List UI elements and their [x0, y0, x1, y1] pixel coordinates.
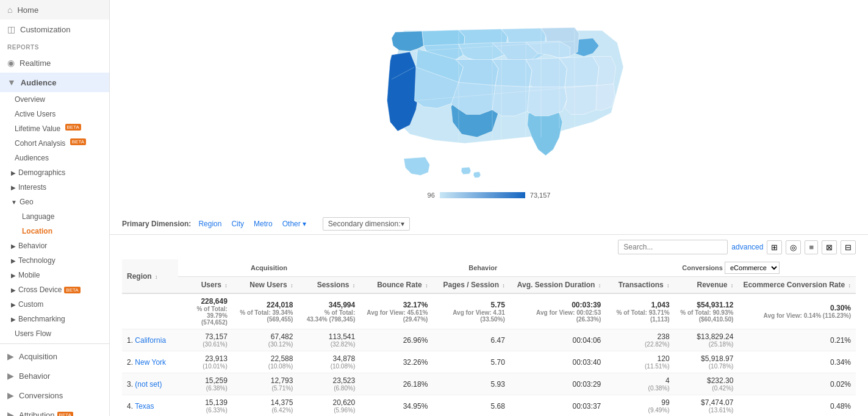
home-icon: ⌂: [7, 5, 12, 15]
geo-arrow: ▼: [11, 199, 17, 206]
sidebar-item-conversions[interactable]: ▶ Conversions: [0, 386, 109, 405]
sidebar-item-audiences[interactable]: Audiences: [0, 151, 109, 165]
pivot-view-btn[interactable]: ⊠: [822, 240, 837, 254]
row-avg-duration-1: 00:03:40: [510, 351, 606, 373]
dim-metro-btn[interactable]: Metro: [251, 220, 275, 228]
sidebar-item-benchmarking[interactable]: ▶ Benchmarking: [0, 312, 109, 326]
col-pages-session[interactable]: Pages / Session ↕: [432, 277, 509, 294]
total-pages-session: 5.75 Avg for View: 4.31 (33.50%): [432, 293, 509, 329]
row-transactions-0: 238 (22.82%): [606, 329, 674, 351]
mobile-arrow: ▶: [11, 272, 16, 279]
scale-max: 73,157: [530, 192, 551, 199]
row-new-users-3: 14,375 (6.42%): [232, 395, 298, 417]
sidebar-item-overview[interactable]: Overview: [0, 92, 109, 107]
col-users[interactable]: Users ↕: [178, 277, 232, 294]
sidebar-item-interests[interactable]: ▶ Interests: [0, 180, 109, 195]
row-pages-session-0: 6.47: [432, 329, 509, 351]
row-bounce-rate-0: 26.96%: [360, 329, 432, 351]
sidebar-item-realtime[interactable]: ◉ Realtime: [0, 53, 109, 73]
row-rank-1: 2.: [127, 358, 133, 367]
row-sessions-2: 23,523 (6.80%): [298, 373, 360, 395]
row-region-2: 3. (not set): [122, 373, 178, 395]
sidebar-item-behavior[interactable]: ▶ Behavior: [0, 238, 109, 253]
row-new-users-2: 12,793 (5.71%): [232, 373, 298, 395]
sidebar-item-demographics[interactable]: ▶ Demographics: [0, 165, 109, 180]
row-bounce-rate-2: 26.18%: [360, 373, 432, 395]
row-sessions-1: 34,878 (10.08%): [298, 351, 360, 373]
col-region[interactable]: Region ↕: [122, 259, 178, 293]
sidebar-item-language[interactable]: Language: [0, 209, 109, 224]
bar-view-btn[interactable]: ≡: [805, 240, 818, 254]
col-new-users[interactable]: New Users ↕: [232, 277, 298, 294]
acquisition-header: Acquisition: [178, 259, 360, 277]
conversions-type-select[interactable]: eCommerce: [725, 262, 780, 274]
advanced-link[interactable]: advanced: [731, 243, 763, 251]
main-content: 96 73,157 Primary Dimension: Region City…: [110, 0, 868, 416]
col-sessions[interactable]: Sessions ↕: [298, 277, 360, 294]
attribution-beta-badge: BETA: [57, 412, 73, 417]
sidebar-item-audience[interactable]: ▼ Audience: [0, 73, 109, 92]
table-toolbar: advanced ⊞ ◎ ≡ ⊠ ⊟: [122, 235, 856, 259]
col-revenue[interactable]: Revenue ↕: [675, 277, 739, 294]
sidebar-item-customization[interactable]: ◫ Customization: [0, 20, 109, 39]
total-bounce-rate: 32.17% Avg for View: 45.61% (29.47%): [360, 293, 432, 329]
dim-other-btn[interactable]: Other ▾: [280, 220, 309, 228]
total-avg-duration: 00:03:39 Avg for View: 00:02:53 (26.33%): [510, 293, 606, 329]
sidebar-item-acquisition[interactable]: ▶ Acquisition: [0, 346, 109, 366]
compare-view-btn[interactable]: ⊟: [841, 240, 856, 254]
total-users: 228,649 % of Total: 39.79% (574,652): [178, 293, 232, 329]
secondary-dim-btn[interactable]: Secondary dimension: ▾: [323, 217, 410, 231]
sidebar-item-custom[interactable]: ▶ Custom: [0, 297, 109, 312]
row-region-0: 1. California: [122, 329, 178, 351]
region-link-0[interactable]: California: [135, 336, 166, 345]
search-input[interactable]: [618, 240, 728, 254]
attribution-icon: ▶: [7, 410, 14, 416]
usa-map[interactable]: [276, 6, 703, 189]
row-transactions-1: 120 (11.51%): [606, 351, 674, 373]
sidebar-item-location[interactable]: Location: [0, 224, 109, 238]
row-sessions-0: 113,541 (32.82%): [298, 329, 360, 351]
table-view-btn[interactable]: ⊞: [767, 240, 782, 254]
pie-view-btn[interactable]: ◎: [786, 240, 801, 254]
col-avg-duration[interactable]: Avg. Session Duration ↕: [510, 277, 606, 294]
table-row: 2. New York 23,913 (10.01%) 22,588 (10.0…: [122, 351, 856, 373]
table-row: 3. (not set) 15,259 (6.38%) 12,793 (5.71…: [122, 373, 856, 395]
col-bounce-rate[interactable]: Bounce Rate ↕: [360, 277, 432, 294]
region-link-1[interactable]: New York: [135, 358, 166, 367]
sidebar-item-cross-device[interactable]: ▶ Cross Device BETA: [0, 282, 109, 297]
sidebar-item-technology[interactable]: ▶ Technology: [0, 253, 109, 268]
row-conversion-rate-3: 0.48%: [738, 395, 856, 417]
table-section: advanced ⊞ ◎ ≡ ⊠ ⊟ Region ↕ Acquisition …: [110, 235, 868, 416]
sidebar-item-users-flow[interactable]: Users Flow: [0, 326, 109, 341]
conversions-header: Conversions eCommerce: [606, 259, 856, 277]
sidebar-item-home[interactable]: ⌂ Home: [0, 0, 109, 20]
row-users-1: 23,913 (10.01%): [178, 351, 232, 373]
dim-region-btn[interactable]: Region: [196, 220, 224, 228]
row-new-users-0: 67,482 (30.12%): [232, 329, 298, 351]
sidebar-item-mobile[interactable]: ▶ Mobile: [0, 268, 109, 282]
region-link-3[interactable]: Texas: [135, 402, 154, 411]
row-revenue-0: $13,829.24 (25.18%): [675, 329, 739, 351]
sidebar-item-active-users[interactable]: Active Users: [0, 107, 109, 121]
row-sessions-3: 20,620 (5.96%): [298, 395, 360, 417]
secondary-dim-arrow: ▾: [401, 220, 404, 228]
interests-arrow: ▶: [11, 184, 16, 191]
region-link-2[interactable]: (not set): [135, 380, 162, 389]
table-row: 4. Texas 15,139 (6.33%) 14,375 (6.42%) 2…: [122, 395, 856, 417]
sidebar-item-geo[interactable]: ▼ Geo: [0, 195, 109, 209]
conversions-icon: ▶: [7, 390, 14, 400]
row-users-0: 73,157 (30.61%): [178, 329, 232, 351]
row-rank-0: 1.: [127, 336, 133, 345]
sidebar-item-attribution[interactable]: ▶ Attribution BETA: [0, 405, 109, 416]
col-transactions[interactable]: Transactions ↕: [606, 277, 674, 294]
dim-city-btn[interactable]: City: [229, 220, 246, 228]
col-conversion-rate[interactable]: Ecommerce Conversion Rate ↕: [738, 277, 856, 294]
sidebar-item-behavior[interactable]: ▶ Behavior: [0, 366, 109, 386]
scale-min: 96: [428, 192, 435, 199]
total-revenue: $54,931.12 % of Total: 90.93% ($60,410.5…: [675, 293, 739, 329]
sidebar: ⌂ Home ◫ Customization REPORTS ◉ Realtim…: [0, 0, 110, 416]
reports-section-label: REPORTS: [0, 39, 109, 53]
sidebar-item-cohort-analysis[interactable]: Cohort Analysis BETA: [0, 136, 109, 151]
sidebar-item-lifetime-value[interactable]: Lifetime Value BETA: [0, 121, 109, 136]
row-revenue-3: $7,474.07 (13.61%): [675, 395, 739, 417]
